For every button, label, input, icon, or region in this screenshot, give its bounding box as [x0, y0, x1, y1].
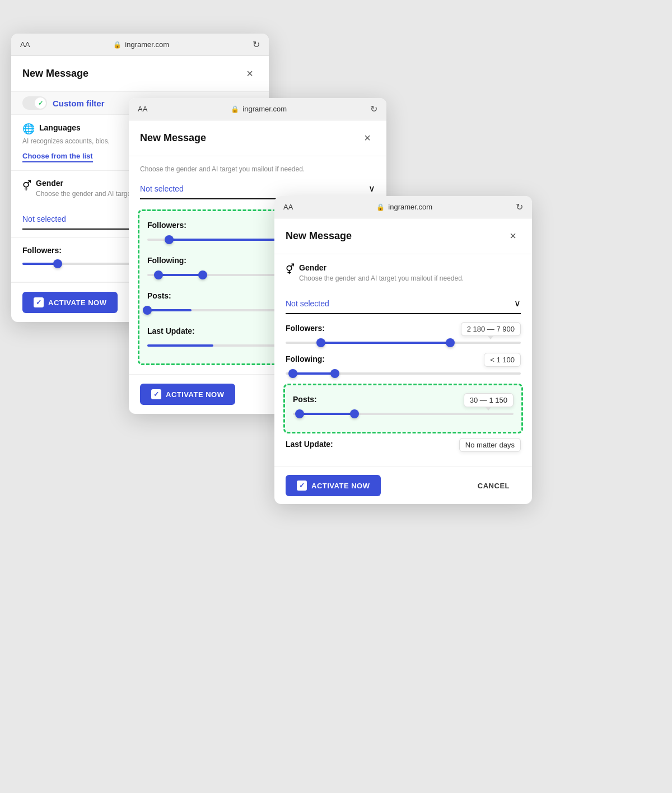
posts-thumb-right-3[interactable]	[350, 409, 359, 418]
activate-label-2: ACTIVATE NOW	[166, 390, 224, 399]
language-label-1: Languages	[39, 123, 81, 132]
gender-not-selected-3: Not selected	[286, 299, 329, 308]
gender-section-3: ⚥ Gender Choose the gender and AI target…	[286, 263, 521, 314]
activate-label-3: ACTIVATE NOW	[311, 482, 370, 490]
modal-title-1: New Message	[22, 68, 88, 80]
activate-check-icon-2	[151, 389, 161, 399]
followers-label-2: Followers:	[147, 221, 186, 230]
lock-icon-1: 🔒	[113, 41, 122, 49]
refresh-button-3[interactable]: ↻	[516, 202, 523, 212]
lock-icon-3: 🔒	[376, 203, 385, 211]
gender-dropdown-3[interactable]: Not selected ∨	[286, 293, 521, 314]
followers-area-3: Followers: 2 180 — 7 900	[286, 322, 521, 344]
browser-bar-3: AA 🔒 ingramer.com ↻	[274, 196, 532, 218]
activate-button-3[interactable]: ACTIVATE NOW	[286, 475, 381, 496]
url-text-2: ingramer.com	[242, 105, 287, 113]
posts-range-row-3: Posts: 30 — 1 150	[293, 393, 514, 407]
activate-label-1: ACTIVATE NOW	[48, 298, 106, 307]
last-update-fill-2	[147, 344, 213, 347]
followers-fill-3	[321, 342, 450, 344]
following-thumb-right-2[interactable]	[198, 270, 207, 279]
followers-thumb-left-3[interactable]	[316, 338, 325, 347]
gender-hint-2: Choose the gender and AI target you mail…	[140, 165, 375, 173]
followers-badge-3: 2 180 — 7 900	[461, 322, 521, 336]
last-update-badge-3: No matter days	[459, 438, 521, 452]
cancel-button-3[interactable]: CANCEL	[466, 476, 521, 496]
following-badge-3: < 1 100	[484, 353, 521, 367]
close-button-1[interactable]: ×	[242, 65, 258, 82]
followers-label-1: Followers:	[22, 246, 62, 255]
followers-fill-1	[22, 263, 58, 265]
activate-row-3: ACTIVATE NOW CANCEL	[274, 467, 532, 504]
posts-badge-3: 30 — 1 150	[464, 393, 514, 407]
followers-fill-2	[169, 239, 279, 241]
browser-bar-2: AA 🔒 ingramer.com ↻	[129, 98, 386, 120]
aa-label-2: AA	[138, 105, 147, 113]
modal-title-2: New Message	[140, 132, 206, 144]
posts-thumb-left-2[interactable]	[143, 306, 152, 315]
following-thumb-left-3[interactable]	[288, 369, 297, 378]
last-update-range-row-3: Last Update: No matter days	[286, 438, 521, 452]
close-button-3[interactable]: ×	[505, 227, 521, 245]
url-area-1: 🔒 ingramer.com	[36, 40, 246, 49]
choose-from-list-link-1[interactable]: Choose from the list	[22, 152, 93, 162]
aa-label-1: AA	[20, 40, 30, 49]
following-area-3: Following: < 1 100	[286, 353, 521, 375]
following-range-row-3: Following: < 1 100	[286, 353, 521, 367]
last-update-label-3: Last Update:	[286, 440, 333, 449]
gender-not-selected-2: Not selected	[140, 184, 184, 193]
followers-label-3: Followers:	[286, 324, 325, 333]
gender-label-3: Gender	[299, 263, 464, 272]
posts-area-3: Posts: 30 — 1 150	[287, 388, 519, 430]
posts-highlight-box-3: Posts: 30 — 1 150	[283, 384, 523, 433]
followers-thumb-right-3[interactable]	[446, 338, 455, 347]
gender-desc-3: Choose the gender and AI target you mail…	[299, 274, 464, 282]
modal-header-2: New Message ×	[129, 120, 386, 156]
posts-fill-3	[300, 413, 355, 415]
following-thumb-left-2[interactable]	[154, 270, 163, 279]
chevron-down-icon-3: ∨	[514, 298, 521, 309]
last-update-area-3: Last Update: No matter days	[286, 438, 521, 452]
followers-range-row-3: Followers: 2 180 — 7 900	[286, 322, 521, 336]
posts-slider-3[interactable]	[293, 413, 514, 415]
url-area-3: 🔒 ingramer.com	[300, 203, 509, 211]
following-label-2: Following:	[147, 256, 186, 265]
aa-label-3: AA	[283, 203, 293, 211]
refresh-button-1[interactable]: ↻	[253, 39, 260, 50]
url-area-2: 🔒 ingramer.com	[154, 105, 363, 113]
browser-window-3: AA 🔒 ingramer.com ↻ New Message × ⚥ Gend…	[274, 196, 532, 504]
refresh-button-2[interactable]: ↻	[370, 104, 377, 114]
globe-icon-1: 🌐	[22, 123, 35, 135]
close-button-2[interactable]: ×	[360, 129, 375, 147]
modal-header-3: New Message ×	[274, 218, 532, 254]
activate-check-icon-3	[297, 481, 307, 491]
activate-button-2[interactable]: ACTIVATE NOW	[140, 384, 235, 405]
gender-text-3: Gender Choose the gender and AI target y…	[299, 263, 464, 289]
last-update-label-2: Last Update:	[147, 326, 195, 335]
followers-thumb-1[interactable]	[53, 259, 62, 268]
gender-icon-1: ⚥	[22, 180, 31, 192]
following-slider-3[interactable]	[286, 372, 521, 375]
chevron-down-icon-2: ∨	[368, 183, 375, 194]
gender-icon-3: ⚥	[286, 263, 295, 276]
posts-label-3: Posts:	[293, 395, 317, 404]
followers-slider-3[interactable]	[286, 342, 521, 344]
custom-filter-toggle-1[interactable]	[22, 96, 47, 110]
following-label-3: Following:	[286, 354, 325, 363]
activate-check-icon-1	[34, 297, 44, 307]
posts-fill-2	[147, 309, 192, 311]
activate-button-1[interactable]: ACTIVATE NOW	[22, 292, 118, 313]
modal-header-1: New Message ×	[11, 56, 269, 92]
posts-label-2: Posts:	[147, 291, 171, 300]
gender-header-3: ⚥ Gender Choose the gender and AI target…	[286, 263, 521, 289]
url-text-1: ingramer.com	[125, 40, 169, 49]
following-fill-2	[158, 274, 203, 276]
custom-filter-label-1: Custom filter	[53, 99, 105, 108]
browser-bar-1: AA 🔒 ingramer.com ↻	[11, 34, 269, 56]
lock-icon-2: 🔒	[231, 105, 239, 113]
following-thumb-right-3[interactable]	[330, 369, 339, 378]
following-fill-3	[293, 372, 335, 375]
url-text-3: ingramer.com	[388, 203, 432, 211]
posts-thumb-left-3[interactable]	[295, 409, 304, 418]
followers-thumb-left-2[interactable]	[165, 235, 174, 244]
